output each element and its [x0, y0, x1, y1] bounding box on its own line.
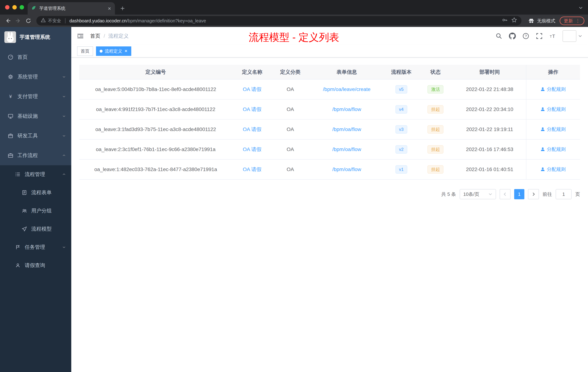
- font-size-icon[interactable]: TT: [549, 33, 556, 40]
- form-link[interactable]: /bpm/oa/leave/create: [323, 87, 370, 92]
- security-label[interactable]: 不安全: [48, 18, 61, 24]
- fullscreen-icon[interactable]: [536, 33, 543, 40]
- sidebar-logo[interactable]: 芋道管理系统: [0, 27, 71, 47]
- browser-menu-icon[interactable]: ⋮: [576, 18, 580, 24]
- window-minimize-button[interactable]: [12, 5, 17, 10]
- main-area: 首页 / 流程定义 ?: [71, 27, 588, 372]
- tab-search-icon[interactable]: [578, 5, 583, 11]
- document-icon: [21, 190, 28, 195]
- tag-home[interactable]: 首页: [77, 46, 93, 56]
- definition-category: OA: [287, 166, 294, 172]
- user-icon: [541, 127, 545, 131]
- password-key-icon[interactable]: [502, 17, 508, 24]
- tag-close-icon[interactable]: [124, 49, 128, 54]
- assign-rule-link[interactable]: 分配规则: [541, 126, 566, 132]
- page-size-select[interactable]: 10条/页: [460, 189, 496, 199]
- chevron-up-icon: [62, 153, 66, 158]
- search-icon[interactable]: [495, 33, 503, 40]
- prev-page-button[interactable]: [500, 189, 511, 199]
- definition-name-link[interactable]: OA 请假: [243, 87, 262, 92]
- next-page-button[interactable]: [528, 189, 539, 199]
- tab-title: 芋道管理系统: [39, 5, 105, 11]
- svg-text:¥: ¥: [9, 94, 12, 99]
- sidebar-item-process-model[interactable]: 流程模型: [0, 220, 71, 238]
- sidebar-item-workflow[interactable]: 工作流程: [0, 146, 71, 165]
- assign-rule-link[interactable]: 分配规则: [541, 166, 566, 173]
- definition-name-link[interactable]: OA 请假: [243, 166, 262, 172]
- page-1-button[interactable]: 1: [514, 189, 524, 199]
- monitor-icon: [7, 113, 14, 119]
- form-link[interactable]: /bpm/oa/flow: [332, 166, 361, 172]
- table-header-row: 定义编号 定义名称 定义分类 表单信息 流程版本 状态 部署时间 操作: [79, 65, 580, 79]
- reload-button[interactable]: [24, 16, 33, 25]
- definition-id: oa_leave:4:991f2193-7b7f-11ec-a3c8-acde4…: [96, 107, 215, 112]
- sidebar-item-process-management[interactable]: 流程管理: [0, 165, 71, 184]
- assign-rule-link[interactable]: 分配规则: [541, 86, 566, 92]
- users-icon: [21, 208, 28, 213]
- tab-close-icon[interactable]: [108, 5, 111, 12]
- col-process-version: 流程版本: [385, 65, 418, 79]
- sidebar-item-process-form[interactable]: 流程表单: [0, 184, 71, 202]
- back-button[interactable]: [4, 16, 12, 25]
- new-tab-button[interactable]: [118, 4, 126, 12]
- definition-category: OA: [287, 146, 294, 152]
- window-close-button[interactable]: [5, 5, 10, 10]
- bookmark-star-icon[interactable]: [511, 17, 517, 24]
- yen-icon: ¥: [7, 94, 14, 99]
- form-link[interactable]: /bpm/oa/flow: [332, 146, 361, 152]
- toolbox-icon: [7, 133, 14, 139]
- sidebar-item-home[interactable]: 首页: [0, 47, 71, 67]
- chevron-down-icon: [62, 94, 66, 99]
- avatar[interactable]: [563, 30, 576, 42]
- url-text[interactable]: dashboard.yudao.iocoder.cn/bpm/manager/d…: [69, 18, 500, 23]
- user-icon: [541, 167, 545, 171]
- url-path: /bpm/manager/definition?key=oa_leave: [126, 18, 206, 23]
- sidebar-item-system[interactable]: 系统管理: [0, 67, 71, 87]
- chevron-down-icon: [62, 75, 66, 79]
- version-badge: v1: [395, 165, 407, 174]
- chevron-down-icon: [62, 114, 66, 118]
- deploy-time: 2022-01-22 20:34:10: [466, 107, 513, 112]
- content: 定义编号 定义名称 定义分类 表单信息 流程版本 状态 部署时间 操作 oa_l: [71, 57, 588, 372]
- browser-update-button[interactable]: 更新 ⋮: [560, 17, 584, 25]
- sidebar-item-devtools[interactable]: 研发工具: [0, 126, 71, 146]
- incognito-icon: [528, 17, 535, 24]
- paper-plane-icon: [21, 226, 28, 232]
- address-bar[interactable]: 不安全 dashboard.yudao.iocoder.cn/bpm/manag…: [36, 16, 521, 25]
- assign-rule-link[interactable]: 分配规则: [541, 106, 566, 112]
- breadcrumb-home[interactable]: 首页: [90, 33, 100, 40]
- user-menu[interactable]: [563, 30, 582, 42]
- incognito-badge: 无痕模式: [528, 17, 555, 24]
- table-row: oa_leave:3:1fad3d93-7b75-11ec-a3c8-acde4…: [79, 119, 580, 139]
- status-badge: 挂起: [428, 125, 443, 134]
- sidebar-item-task-management[interactable]: 任务管理: [0, 238, 71, 256]
- sidebar-item-user-group[interactable]: 用户分组: [0, 202, 71, 220]
- definition-id: oa_leave:2:3c1f0ef1-76b1-11ec-9c66-a2380…: [96, 146, 215, 152]
- definition-name-link[interactable]: OA 请假: [243, 107, 262, 112]
- sidebar-item-payment[interactable]: ¥ 支付管理: [0, 87, 71, 106]
- breadcrumb-current: 流程定义: [108, 33, 129, 40]
- goto-page-input[interactable]: [556, 189, 572, 199]
- definition-category: OA: [287, 87, 294, 92]
- definition-name-link[interactable]: OA 请假: [243, 127, 262, 132]
- briefcase-icon: [7, 153, 14, 158]
- sidebar-toggle-button[interactable]: [76, 31, 85, 41]
- form-link[interactable]: /bpm/oa/flow: [332, 107, 361, 112]
- table-row: oa_leave:5:004b710b-7b8a-11ec-8ef0-acde4…: [79, 79, 580, 99]
- definition-name-link[interactable]: OA 请假: [243, 146, 262, 152]
- sidebar-item-leave-query[interactable]: 请假查询: [0, 256, 71, 274]
- assign-rule-link[interactable]: 分配规则: [541, 146, 566, 153]
- definition-category: OA: [287, 107, 294, 112]
- sidebar-item-infrastructure[interactable]: 基础设施: [0, 106, 71, 126]
- logo-avatar: [4, 31, 16, 43]
- window-zoom-button[interactable]: [20, 5, 24, 10]
- tab-favicon-icon: [31, 5, 36, 12]
- forward-button[interactable]: [14, 16, 22, 25]
- form-link[interactable]: /bpm/oa/flow: [332, 127, 361, 132]
- help-icon[interactable]: ?: [522, 33, 529, 40]
- browser-tab[interactable]: 芋道管理系统: [28, 2, 115, 15]
- tag-process-definition[interactable]: 流程定义: [96, 46, 131, 56]
- col-deploy-time: 部署时间: [453, 65, 526, 79]
- incognito-label: 无痕模式: [537, 18, 555, 24]
- github-icon[interactable]: [509, 33, 516, 40]
